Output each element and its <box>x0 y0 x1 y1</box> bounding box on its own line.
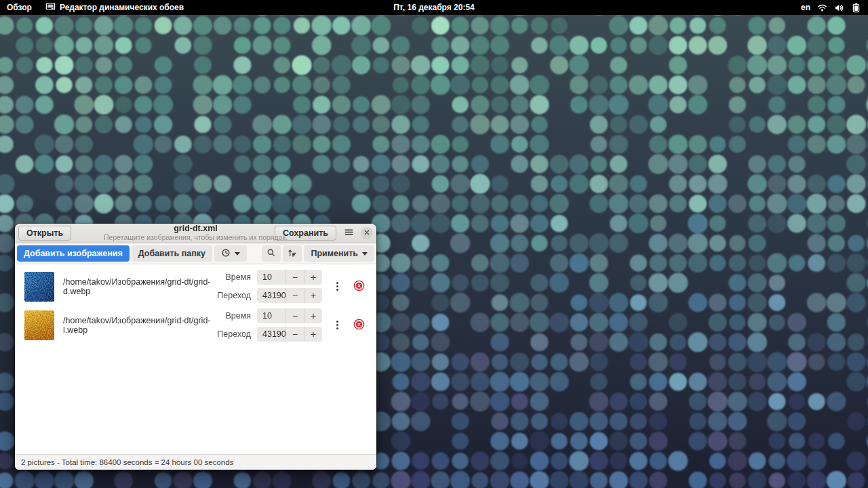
pictures-list: /home/takov/Изображения/grid-dt/grid-d.w… <box>15 264 376 454</box>
volume-icon[interactable] <box>834 3 844 13</box>
top-bar: Обзор Редактор динамических обоев Пт, 16… <box>0 0 868 15</box>
picture-path: /home/takov/Изображения/grid-dt/grid-l.w… <box>63 316 217 335</box>
add-folder-button[interactable]: Добавить папку <box>132 245 212 262</box>
vertical-dots-icon <box>336 285 338 287</box>
chevron-down-icon <box>235 252 240 256</box>
transition-decrease-button[interactable]: − <box>285 327 304 342</box>
transition-spinbox: − + <box>257 288 322 303</box>
time-input[interactable] <box>257 270 285 285</box>
delete-row-button[interactable] <box>351 317 367 333</box>
search-icon <box>267 248 276 260</box>
wifi-icon[interactable] <box>817 3 827 13</box>
picture-row: /home/takov/Изображения/grid-dt/grid-d.w… <box>15 267 376 306</box>
close-button[interactable] <box>361 227 373 239</box>
add-images-button[interactable]: Добавить изображения <box>17 245 130 262</box>
open-button[interactable]: Открыть <box>18 226 71 241</box>
search-button[interactable] <box>262 245 281 262</box>
hamburger-icon <box>344 227 354 239</box>
battery-icon[interactable] <box>851 3 861 13</box>
header-bar: Открыть grid-dt.xml Перетащите изображен… <box>15 224 376 243</box>
time-input[interactable] <box>257 308 285 323</box>
time-options-dropdown[interactable] <box>214 245 247 262</box>
delete-row-button[interactable] <box>351 279 367 295</box>
focused-app-name: Редактор динамических обоев <box>60 3 184 12</box>
menu-button[interactable] <box>341 226 356 241</box>
chevron-down-icon <box>362 252 368 256</box>
transition-increase-button[interactable]: + <box>304 327 322 342</box>
transition-input[interactable] <box>257 288 285 303</box>
delete-icon <box>353 280 365 293</box>
picture-thumbnail <box>24 272 54 302</box>
transition-spinbox: − + <box>257 327 322 342</box>
dynamic-wallpaper-editor-window: Открыть grid-dt.xml Перетащите изображен… <box>15 224 376 470</box>
clock-button[interactable]: Пт, 16 декабря 20:54 <box>387 0 481 15</box>
delete-icon <box>353 319 365 332</box>
apply-label: Применить <box>311 249 358 258</box>
time-label: Время <box>225 311 251 321</box>
time-decrease-button[interactable]: − <box>285 308 304 323</box>
app-window-icon <box>45 1 56 14</box>
sort-icon <box>288 248 297 260</box>
activities-button[interactable]: Обзор <box>0 0 39 15</box>
window-title: grid-dt.xml <box>94 224 298 234</box>
keyboard-layout-indicator[interactable]: en <box>801 3 810 12</box>
time-increase-button[interactable]: + <box>304 270 322 285</box>
toolbar: Добавить изображения Добавить папку <box>15 243 376 264</box>
row-menu-button[interactable] <box>331 317 343 334</box>
focused-app-menu[interactable]: Редактор динамических обоев <box>39 0 191 15</box>
close-icon <box>363 228 371 239</box>
status-text: 2 pictures - Total time: 86400 seconds =… <box>21 458 233 466</box>
apply-dropdown[interactable]: Применить <box>304 245 374 262</box>
time-increase-button[interactable]: + <box>304 308 322 323</box>
time-spinbox: − + <box>257 308 322 323</box>
vertical-dots-icon <box>336 324 338 326</box>
time-decrease-button[interactable]: − <box>285 270 304 285</box>
transition-label: Переход <box>217 329 251 339</box>
window-title-block: grid-dt.xml Перетащите изображения, чтоб… <box>94 224 298 241</box>
clock-icon <box>221 248 231 260</box>
transition-input[interactable] <box>257 327 285 342</box>
status-bar: 2 pictures - Total time: 86400 seconds =… <box>15 454 376 470</box>
time-label: Время <box>225 272 251 282</box>
sort-button[interactable] <box>283 245 302 262</box>
picture-path: /home/takov/Изображения/grid-dt/grid-d.w… <box>63 277 217 296</box>
transition-label: Переход <box>217 291 251 300</box>
picture-row: /home/takov/Изображения/grid-dt/grid-l.w… <box>15 306 376 344</box>
time-spinbox: − + <box>257 270 322 285</box>
transition-decrease-button[interactable]: − <box>285 288 304 303</box>
transition-increase-button[interactable]: + <box>304 288 322 303</box>
row-menu-button[interactable] <box>331 278 343 296</box>
picture-thumbnail <box>24 310 54 340</box>
window-subtitle: Перетащите изображения, чтобы изменить и… <box>94 234 298 242</box>
